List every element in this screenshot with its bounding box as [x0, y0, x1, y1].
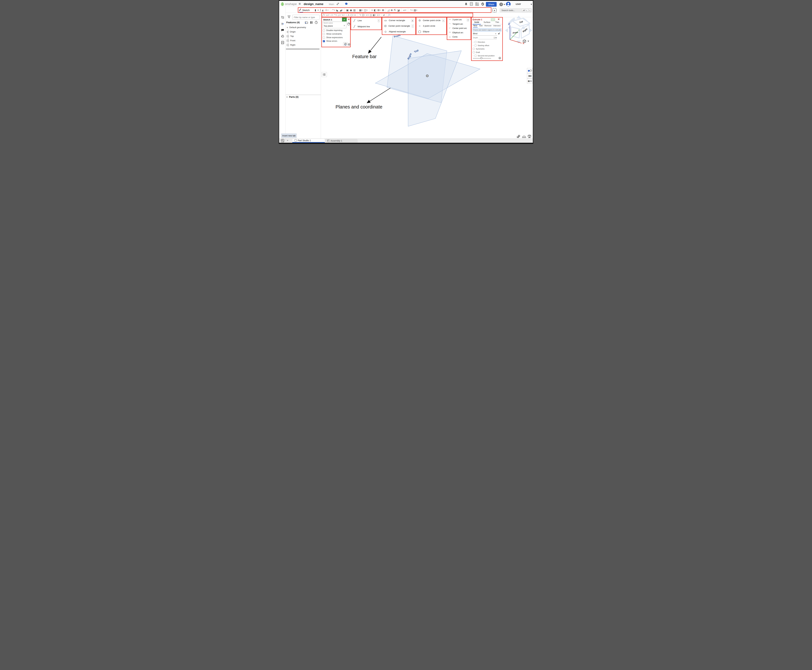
- loft-icon[interactable]: ◭: [322, 8, 324, 12]
- dimension-tool-icon[interactable]: ⇤: [355, 14, 356, 16]
- parts-section-header[interactable]: Parts (0): [286, 96, 298, 98]
- learning-center-icon[interactable]: [345, 2, 348, 6]
- shell-icon[interactable]: ▣: [346, 8, 348, 12]
- fillet-icon[interactable]: ◠ ∨: [332, 8, 335, 12]
- username-label[interactable]: user: [516, 2, 521, 6]
- filter-icon[interactable]: [288, 15, 291, 19]
- tab-assembly-1[interactable]: Assembly 1: [325, 139, 358, 143]
- rotate-down-icon[interactable]: [516, 41, 521, 44]
- offset-tool-icon[interactable]: ⊂ ∨: [366, 14, 369, 16]
- sketch-only-button[interactable]: [343, 42, 348, 46]
- checkbox[interactable]: [323, 33, 325, 35]
- document-title[interactable]: design_name: [304, 2, 323, 6]
- notifications-bell-icon[interactable]: [465, 2, 467, 6]
- move-face-icon[interactable]: ⇱: [394, 8, 396, 12]
- trim-tool-icon[interactable]: ╳ ∨: [362, 14, 365, 16]
- select-tool-button[interactable]: +: [492, 8, 497, 12]
- tree-row[interactable]: Origin: [286, 30, 320, 34]
- protractor-icon[interactable]: [522, 135, 526, 138]
- customize-icon[interactable]: [481, 2, 484, 6]
- clear-selection-icon[interactable]: ✕: [343, 24, 345, 27]
- checkbox-row[interactable]: Show expressions: [323, 36, 350, 39]
- link-icon[interactable]: [336, 2, 339, 5]
- right-plane[interactable]: [408, 51, 461, 126]
- arc-tool-icon[interactable]: ◠ ∨: [334, 14, 337, 16]
- create-version-icon[interactable]: [281, 22, 284, 25]
- tab-part-studio-1[interactable]: Part Studio 1: [292, 139, 325, 143]
- rotate-right-icon[interactable]: [529, 28, 532, 32]
- rectangle-tool-icon[interactable]: ▭ ∨: [326, 14, 329, 16]
- panel-scrollbar[interactable]: [286, 48, 320, 50]
- share-button[interactable]: Share: [486, 2, 497, 7]
- rollback-timer-icon[interactable]: [315, 21, 318, 24]
- frame-icon[interactable]: ▧ ∨: [414, 8, 417, 12]
- slot-tool-icon[interactable]: ▢ ∨: [350, 14, 354, 16]
- pattern-face-icon[interactable]: ⊞ ∨: [377, 8, 381, 12]
- revolve-icon[interactable]: ◖: [317, 8, 319, 12]
- checkbox[interactable]: [323, 29, 325, 32]
- point-tool-icon[interactable]: ∘: [345, 14, 347, 16]
- checkbox-row[interactable]: Disable imprinting: [323, 29, 350, 32]
- toolbar-divider[interactable]: [381, 14, 382, 16]
- tree-row[interactable]: Front: [286, 38, 320, 43]
- feature-list-icon[interactable]: [281, 16, 284, 19]
- plane-feature-icon[interactable]: ▱ ∨: [403, 8, 406, 12]
- chamfer-icon[interactable]: ◣: [337, 8, 338, 12]
- extrude-icon[interactable]: ▮: [315, 8, 316, 12]
- sketch-pattern-icon[interactable]: ▦ ∨: [373, 14, 376, 16]
- tasks-icon[interactable]: [470, 2, 473, 6]
- toolbar-divider[interactable]: [386, 8, 386, 12]
- text-tool-icon[interactable]: A: [348, 14, 349, 16]
- sketch-fillet-icon[interactable]: ◝ ∨: [359, 14, 361, 16]
- replace-face-icon[interactable]: ◪: [397, 8, 400, 12]
- sketch-button[interactable]: Sketch: [298, 8, 310, 12]
- snap-tool-icon[interactable]: ⇄: [383, 14, 385, 16]
- sweep-icon[interactable]: ∫: [320, 8, 321, 12]
- linear-pattern-icon[interactable]: ▦ ∨: [359, 8, 363, 12]
- avatar[interactable]: [506, 2, 511, 6]
- help-icon[interactable]: ?: [348, 43, 350, 46]
- mirror-icon[interactable]: ◫ ∨: [364, 8, 368, 12]
- rotate-left-icon[interactable]: [505, 28, 508, 32]
- draft-icon[interactable]: ◢ ∨: [340, 8, 343, 12]
- cancel-button[interactable]: ✕: [348, 19, 350, 20]
- view-mode-button[interactable]: [523, 39, 529, 43]
- branch-label[interactable]: Main: [329, 3, 334, 5]
- thread-icon[interactable]: ▥: [353, 8, 356, 12]
- confirm-button[interactable]: ✓: [342, 17, 347, 22]
- config-variables-button[interactable]: ▦(x): [527, 78, 533, 83]
- help-button[interactable]: ?: [499, 3, 503, 6]
- circle-tool-icon[interactable]: ○ ∨: [330, 14, 333, 16]
- insert-new-tab-button[interactable]: +: [287, 139, 288, 142]
- user-menu-caret-icon[interactable]: [531, 4, 532, 5]
- tape-measure-icon[interactable]: [517, 135, 521, 138]
- delete-face-icon[interactable]: ⊠: [382, 8, 384, 12]
- toolbar-divider[interactable]: [386, 14, 387, 16]
- sheet-metal-icon[interactable]: ◔ ∨: [410, 8, 413, 12]
- polygon-tool-icon[interactable]: ◇ ∨: [338, 14, 341, 16]
- rollback-clock-icon[interactable]: [347, 22, 350, 25]
- checkbox[interactable]: [323, 40, 325, 42]
- insert-dxf-icon[interactable]: ⇓ ∨: [377, 14, 380, 16]
- construction-tool-icon[interactable]: ╱ ∨: [388, 14, 391, 16]
- help-caret-icon[interactable]: [504, 4, 505, 5]
- part-config-table-button[interactable]: ▦: [527, 68, 533, 73]
- line-tool-icon[interactable]: ╱ ∨: [323, 14, 325, 16]
- thicken-icon[interactable]: ⇩ ∨: [325, 8, 328, 12]
- mirror-sketch-icon[interactable]: ◫: [370, 14, 372, 16]
- search-tabs-button[interactable]: [280, 139, 285, 142]
- apps-grid-icon[interactable]: [475, 2, 479, 6]
- hamburger-menu-icon[interactable]: ≡: [299, 2, 301, 5]
- mass-properties-icon[interactable]: [528, 134, 531, 138]
- rotate-up-icon[interactable]: [516, 15, 521, 19]
- boolean-icon[interactable]: ◑: [371, 8, 373, 12]
- tree-row[interactable]: Right: [286, 43, 320, 47]
- tree-row[interactable]: Top: [286, 34, 320, 38]
- modify-fillet-icon[interactable]: ◿: [387, 8, 389, 12]
- hole-icon[interactable]: ◉: [350, 8, 352, 12]
- delete-part-icon[interactable]: ⊗: [391, 8, 392, 12]
- parts-divider[interactable]: [286, 95, 321, 95]
- configurations-button[interactable]: {▦}: [527, 73, 533, 78]
- filter-input[interactable]: [292, 15, 320, 20]
- new-folder-icon[interactable]: [304, 21, 308, 24]
